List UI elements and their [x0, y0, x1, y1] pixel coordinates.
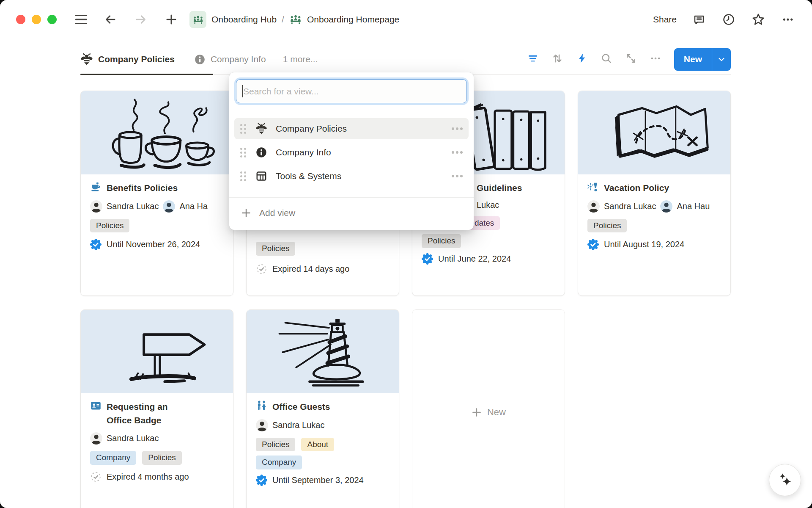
minimize-window-button[interactable]: [32, 15, 41, 24]
zoom-window-button[interactable]: [47, 15, 57, 24]
ai-assistant-button[interactable]: [769, 464, 801, 496]
new-button-dropdown[interactable]: [712, 48, 731, 71]
view-label: Company Policies: [276, 124, 452, 134]
status-text: Until September 3, 2024: [272, 475, 364, 485]
people-pair-icon: [256, 400, 267, 411]
lightning-icon[interactable]: [576, 52, 588, 66]
plus-icon: [241, 207, 252, 218]
tab-label: Company Policies: [98, 54, 175, 64]
tag[interactable]: Policies: [90, 219, 129, 233]
card-people: Sandra Lukac Ana Hau: [587, 200, 721, 213]
clock-icon[interactable]: [721, 12, 736, 27]
close-window-button[interactable]: [16, 15, 25, 24]
verified-badge-icon: [422, 253, 433, 265]
info-icon: [255, 146, 267, 158]
card-cover-signpost-doodle: [81, 310, 233, 393]
view-row-tools-systems[interactable]: Tools & Systems: [234, 166, 469, 187]
person-name: Sandra Lukac: [604, 202, 656, 211]
tag[interactable]: Company: [256, 456, 302, 469]
person-name: Sandra Lukac: [272, 420, 324, 430]
person-name-visible: Lukac: [477, 200, 499, 210]
card-tags: Company Policies: [90, 451, 224, 465]
add-view-button[interactable]: Add view: [229, 198, 474, 228]
view-search-input[interactable]: [236, 79, 467, 103]
more-views-button[interactable]: 1 more...: [283, 54, 318, 64]
status-text: Until August 19, 2024: [604, 240, 684, 249]
new-card-label: New: [487, 407, 506, 418]
new-tab-plus-icon[interactable]: [164, 12, 178, 27]
tag[interactable]: Policies: [422, 234, 461, 248]
person: Sandra Lukac: [90, 432, 159, 444]
card-office-badge[interactable]: Requesting anOffice Badge Sandra Lukac C…: [80, 309, 233, 508]
add-view-label: Add view: [259, 208, 295, 218]
card-people: Sandra Lukac: [256, 419, 390, 431]
more-icon[interactable]: [452, 127, 463, 130]
dashed-check-icon: [90, 471, 102, 483]
views-list: Company Policies Company Info: [229, 118, 474, 187]
view-row-company-info[interactable]: Company Info: [234, 142, 469, 163]
tag[interactable]: Policies: [256, 438, 295, 452]
comment-icon[interactable]: [692, 12, 706, 27]
card-title: Requesting anOffice Badge: [107, 400, 168, 427]
breadcrumb-item-hub[interactable]: Onboarding Hub: [211, 14, 277, 25]
card-title-row: Vacation Policy: [587, 181, 721, 195]
text-caret: [242, 85, 243, 97]
bee-icon: [80, 53, 93, 66]
expand-icon[interactable]: [625, 52, 637, 66]
person-name: Ana Ha: [179, 202, 208, 211]
card-people: Sandra Lukac Ana Ha: [90, 200, 224, 213]
card-office-guests[interactable]: Office Guests Sandra Lukac Policies Abo: [246, 309, 399, 508]
view-row-company-policies[interactable]: Company Policies: [234, 118, 469, 139]
search-icon[interactable]: [601, 52, 612, 66]
views-dropdown: Company Policies Company Info: [229, 72, 474, 230]
verified-badge-icon: [90, 239, 102, 250]
avatar: [256, 419, 268, 431]
avatar: [660, 200, 672, 213]
verified-badge-icon: [256, 475, 267, 486]
tag[interactable]: Company: [90, 451, 136, 465]
card-title: Vacation Policy: [604, 181, 669, 195]
plus-icon: [471, 407, 482, 418]
drag-handle-icon[interactable]: [240, 171, 246, 181]
tag[interactable]: Policies: [142, 451, 181, 465]
title-bar: Onboarding Hub / Onboarding Homepage Sha…: [0, 0, 812, 39]
card-vacation-policy[interactable]: Vacation Policy Sandra Lukac: [578, 91, 731, 296]
more-icon[interactable]: [452, 151, 463, 154]
person-name: Ana Hau: [677, 202, 710, 211]
filter-icon[interactable]: [527, 52, 539, 66]
new-card-button[interactable]: New: [412, 309, 565, 508]
drag-handle-icon[interactable]: [240, 124, 246, 134]
avatar: [587, 200, 600, 213]
view-toolbar: New: [527, 44, 731, 75]
id-badge-icon: [90, 400, 102, 411]
tab-company-policies[interactable]: Company Policies: [80, 53, 175, 66]
forward-arrow-icon[interactable]: [134, 12, 148, 27]
back-arrow-icon[interactable]: [103, 12, 118, 27]
card-tags: Policies: [587, 219, 721, 233]
tag[interactable]: Policies: [256, 242, 295, 256]
card-tags: Policies About Company: [256, 438, 390, 469]
chevron-down-icon: [717, 55, 726, 64]
tag[interactable]: About: [301, 438, 334, 452]
sort-icon[interactable]: [551, 52, 563, 66]
avatar: [163, 200, 175, 213]
card-status: Until June 22, 2024: [422, 253, 555, 265]
tab-label: Company Info: [211, 54, 266, 64]
person: Ana Ha: [163, 200, 208, 213]
star-icon[interactable]: [751, 12, 765, 27]
tag[interactable]: Policies: [587, 219, 627, 233]
drag-handle-icon[interactable]: [240, 148, 246, 157]
tab-company-info[interactable]: Company Info: [194, 54, 266, 65]
more-icon[interactable]: [452, 175, 463, 177]
more-icon[interactable]: [781, 12, 795, 27]
breadcrumb-item-homepage[interactable]: Onboarding Homepage: [307, 14, 399, 25]
share-button[interactable]: Share: [653, 14, 677, 25]
person-name: Sandra Lukac: [107, 202, 159, 211]
person: Sandra Lukac: [90, 200, 159, 213]
avatar: [90, 432, 102, 444]
more-icon[interactable]: [650, 52, 661, 66]
card-benefits-policies[interactable]: Benefits Policies Sandra Lukac: [80, 91, 233, 296]
view-label: Company Info: [276, 147, 452, 157]
menu-icon[interactable]: [75, 15, 87, 24]
new-button[interactable]: New: [674, 48, 712, 71]
